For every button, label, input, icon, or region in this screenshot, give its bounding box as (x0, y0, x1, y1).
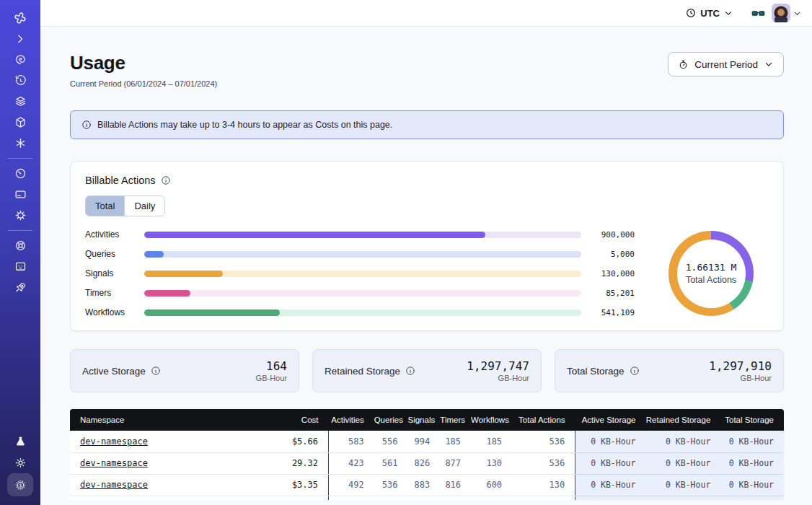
bar-row-workflows: Workflows 541,109 (85, 309, 635, 316)
info-icon[interactable] (151, 366, 161, 376)
billable-actions-title: Billable Actions (85, 175, 156, 186)
sidebar-item-usage-billing-active[interactable]: $ (7, 473, 33, 496)
table-row: dev-namespace 29.32 423 561 826 877 130 … (70, 452, 784, 474)
bar-track (144, 309, 581, 316)
sidebar-item-nexus[interactable] (7, 133, 33, 154)
sidebar-item-labs[interactable] (7, 431, 33, 452)
total-storage-cell: 0 KB-Hour (720, 474, 784, 496)
info-banner-text: Billable Actions may take up to 3-4 hour… (97, 120, 392, 130)
monitor-face-icon (14, 260, 27, 273)
billable-actions-tabs: Total Daily (85, 196, 165, 216)
col-timers: Timers (440, 409, 471, 431)
bar-fill (144, 251, 164, 258)
flask-icon (14, 435, 27, 449)
billable-actions-chart: Activities 900,000 Queries 5,000 Signals… (85, 231, 769, 316)
donut-total-value: 1.66131 M (686, 262, 736, 273)
chevron-right-icon (14, 32, 27, 45)
sidebar-item-usage[interactable] (7, 163, 33, 184)
signals-cell: 883 (407, 474, 440, 496)
col-total-storage: Total Storage (720, 409, 784, 431)
namespace-link[interactable]: dev-namespace (80, 436, 148, 447)
total-actions-cell: 130 (512, 474, 575, 496)
info-icon[interactable] (630, 366, 640, 376)
retained-storage-cell: 0 KB-Hour (645, 431, 720, 452)
stopwatch-icon (678, 59, 689, 70)
tab-daily[interactable]: Daily (124, 196, 164, 216)
dollar-coin-icon: $ (14, 478, 27, 492)
sidebar-item-theme[interactable] (7, 452, 33, 473)
timers-cell: 877 (440, 452, 471, 474)
user-menu[interactable] (772, 4, 802, 22)
workflows-cell: 600 (471, 474, 512, 496)
sidebar-item-settings[interactable] (7, 205, 33, 226)
avatar (772, 4, 790, 22)
bar-track (144, 271, 581, 277)
bar-chart: Activities 900,000 Queries 5,000 Signals… (85, 231, 635, 316)
total-storage-cell: 0 KB-Hour (720, 431, 784, 452)
chevron-down-icon (764, 59, 774, 69)
table-row: dev-namespace $5.66 583 556 994 185 185 … (70, 431, 784, 452)
sidebar-item-support[interactable] (7, 235, 33, 256)
sidebar-divider (8, 230, 32, 231)
sidebar-item-getting-started[interactable] (7, 277, 33, 298)
temporal-logo-icon (12, 10, 28, 26)
active-storage-cell: 0 KB-Hour (575, 431, 646, 452)
col-namespace: Namespace (70, 409, 254, 431)
active-storage-cell: 0 KB-Hour (575, 452, 646, 474)
topbar: UTC (40, 0, 812, 27)
tab-total[interactable]: Total (86, 196, 124, 216)
period-dropdown-button[interactable]: Current Period (668, 52, 784, 76)
sidebar-item-billing[interactable] (7, 184, 33, 205)
chevron-down-icon (723, 8, 733, 18)
activities-cell: 492 (329, 474, 374, 496)
cube-icon (14, 115, 27, 129)
signals-cell: 994 (407, 431, 440, 452)
gear-icon (14, 208, 27, 222)
retained-storage-cell: 0 KB-Hour (645, 474, 720, 496)
cost-cell: $5.66 (254, 431, 329, 452)
total-actions-donut: 1.66131 M Total Actions (668, 231, 754, 316)
col-cost: Cost (254, 409, 329, 431)
active-storage-unit: GB-Hour (256, 374, 287, 382)
credit-card-icon (14, 188, 27, 201)
signals-cell: 826 (407, 452, 440, 474)
sidebar-item-layers[interactable] (7, 91, 33, 112)
page-header: Usage Current Period (06/01/2024 – 07/01… (70, 52, 784, 88)
col-queries: Queries (374, 409, 408, 431)
clock-icon (685, 7, 697, 19)
cost-cell: 29.32 (254, 452, 329, 474)
namespace-link[interactable]: dev-namespace (80, 458, 148, 468)
sidebar-item-logo[interactable] (7, 7, 33, 28)
retained-storage-unit: GB-Hour (467, 374, 529, 382)
sidebar-item-deployments[interactable] (7, 112, 33, 133)
namespace-link[interactable]: dev-namespace (80, 480, 148, 490)
sidebar-divider (8, 158, 32, 159)
namespaces-table-container: Namespace Cost Activities Queries Signal… (70, 409, 784, 500)
sidebar-item-schedules[interactable] (7, 70, 33, 91)
bar-value: 85,201 (581, 289, 635, 298)
bar-track (144, 290, 581, 297)
bar-label: Workflows (85, 307, 144, 317)
bar-row-activities: Activities 900,000 (85, 231, 635, 238)
bar-value: 900,000 (581, 230, 635, 240)
info-icon[interactable] (161, 175, 171, 185)
sidebar-item-expand[interactable] (7, 28, 33, 49)
timezone-selector[interactable]: UTC (681, 4, 738, 22)
sidebar-item-namespaces[interactable] (7, 49, 33, 70)
main-area: UTC Usage Current Period (06/01/2024 – 0… (40, 0, 812, 505)
info-icon[interactable] (405, 366, 415, 376)
bar-track (144, 232, 581, 238)
donut-chart-area: 1.66131 M Total Actions (653, 231, 769, 316)
total-storage-label: Total Storage (567, 366, 625, 377)
chevron-down-icon (793, 9, 802, 18)
bar-value: 130,000 (581, 269, 635, 278)
bar-row-queries: Queries 5,000 (85, 250, 635, 258)
storage-summary-row: Active Storage 164 GB-Hour Retained Stor… (70, 349, 784, 392)
feedback-glasses-button[interactable] (751, 6, 766, 21)
sidebar-item-feedback[interactable] (7, 256, 33, 277)
active-storage-value: 164 (256, 359, 287, 373)
total-storage-value: 1,297,910 (709, 359, 772, 373)
bar-row-signals: Signals 130,000 (85, 270, 635, 277)
total-actions-cell: 536 (512, 452, 575, 474)
donut-total-label: Total Actions (686, 275, 736, 285)
